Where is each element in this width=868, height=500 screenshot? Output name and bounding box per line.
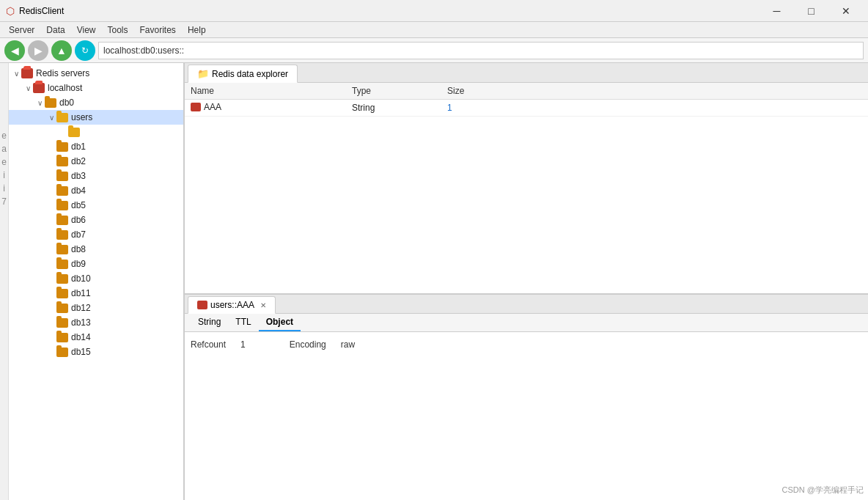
row-extra (515, 100, 868, 117)
db0-folder-icon (44, 97, 57, 109)
object-main-tab[interactable]: users::AAA ✕ (188, 296, 276, 314)
menu-favorites[interactable]: Favorites (134, 23, 182, 37)
object-subtabs: String TTL Object (185, 314, 868, 332)
users-sub-toggle[interactable] (59, 128, 67, 136)
gutter-1: e (1, 129, 7, 142)
title-bar-controls: ─ □ ✕ (760, 0, 862, 22)
tree-db2[interactable]: db2 (9, 154, 183, 169)
up-button[interactable]: ▲ (51, 40, 72, 61)
object-content: Refcount 1 Encoding raw (185, 332, 868, 500)
db1-label: db1 (71, 141, 86, 152)
tree-root[interactable]: ∨ Redis servers (9, 66, 183, 81)
tree-db11[interactable]: db11 (9, 286, 183, 301)
title-bar: ⬡ RedisClient ─ □ ✕ (0, 0, 868, 22)
root-toggle[interactable]: ∨ (12, 70, 21, 78)
gutter-3: e (1, 155, 7, 169)
tree-db4[interactable]: db4 (9, 183, 183, 198)
maximize-button[interactable]: □ (795, 0, 828, 22)
gutter-2: a (1, 142, 7, 155)
forward-button[interactable]: ▶ (28, 40, 48, 61)
db0-toggle[interactable]: ∨ (35, 99, 44, 107)
db6-icon (56, 214, 69, 226)
db4-label: db4 (71, 185, 86, 196)
db12-icon (56, 302, 69, 314)
tree-db6[interactable]: db6 (9, 213, 183, 227)
gutter-4: i (3, 169, 5, 182)
db2-icon (56, 155, 69, 167)
db3-icon (56, 170, 69, 182)
obj-row-refcount: Refcount 1 Encoding raw (191, 338, 862, 351)
row-size[interactable]: 1 (441, 100, 515, 117)
encoding-value: raw (341, 339, 355, 350)
data-explorer-tab[interactable]: 📁 Redis data explorer (188, 65, 298, 83)
tree-db13[interactable]: db13 (9, 315, 183, 330)
menu-server[interactable]: Server (3, 23, 40, 37)
db1-icon (56, 141, 69, 152)
main-layout: e a e i i 7 ∨ Redis servers ∨ localhost … (0, 63, 868, 500)
tree-db3[interactable]: db3 (9, 169, 183, 183)
tree-users-sub[interactable] (9, 125, 183, 139)
users-folder-icon (56, 111, 69, 123)
db10-icon (56, 273, 69, 284)
object-tab-close-icon[interactable]: ✕ (260, 301, 266, 309)
db15-icon (56, 346, 69, 358)
refcount-label: Refcount (191, 339, 226, 350)
address-bar[interactable]: localhost:db0:users:: (98, 42, 864, 59)
tree-db0[interactable]: ∨ db0 (9, 95, 183, 110)
tree-db1[interactable]: db1 (9, 139, 183, 154)
db10-label: db10 (71, 273, 91, 284)
tree-db10[interactable]: db10 (9, 271, 183, 286)
explorer-folder-icon: 📁 (197, 68, 209, 79)
db4-icon (56, 185, 69, 196)
tree-db5[interactable]: db5 (9, 198, 183, 213)
back-button[interactable]: ◀ (4, 40, 25, 61)
right-panel: 📁 Redis data explorer Name Type Size (185, 63, 868, 500)
localhost-redis-icon (32, 82, 45, 94)
object-panel: users::AAA ✕ String TTL Object Refcount … (185, 295, 868, 500)
app-icon: ⬡ (6, 5, 15, 17)
subtab-ttl[interactable]: TTL (228, 314, 258, 331)
tree-users[interactable]: ∨ users (9, 110, 183, 125)
col-size: Size (441, 83, 515, 100)
db13-icon (56, 317, 69, 328)
table-row[interactable]: AAA String 1 (185, 100, 868, 117)
db14-icon (56, 331, 69, 343)
db2-label: db2 (71, 156, 86, 166)
tree-localhost[interactable]: ∨ localhost (9, 81, 183, 95)
db3-label: db3 (71, 171, 86, 181)
db0-label: db0 (59, 98, 74, 108)
menu-view[interactable]: View (71, 23, 102, 37)
close-button[interactable]: ✕ (829, 0, 862, 22)
db7-label: db7 (71, 229, 86, 240)
subtab-string[interactable]: String (191, 314, 228, 331)
app-title: RedisClient (19, 6, 64, 16)
refresh-button[interactable]: ↻ (75, 40, 95, 61)
tree-db14[interactable]: db14 (9, 330, 183, 345)
tree-db7[interactable]: db7 (9, 227, 183, 242)
tree-db8[interactable]: db8 (9, 242, 183, 257)
refcount-value: 1 (240, 339, 246, 350)
minimize-button[interactable]: ─ (760, 0, 793, 22)
menu-bar: Server Data View Tools Favorites Help (0, 22, 868, 38)
row-redis-icon (191, 103, 201, 111)
users-toggle[interactable]: ∨ (47, 114, 56, 122)
data-table: Name Type Size AAA (185, 83, 868, 117)
row-name-text: AAA (204, 102, 221, 112)
sidebar: ∨ Redis servers ∨ localhost ∨ db0 ∨ (9, 63, 185, 500)
col-extra (515, 83, 868, 100)
tree-db9[interactable]: db9 (9, 257, 183, 271)
tree-db15[interactable]: db15 (9, 345, 183, 359)
db12-label: db12 (71, 303, 91, 313)
tree-db12[interactable]: db12 (9, 301, 183, 315)
menu-tools[interactable]: Tools (102, 23, 134, 37)
object-tab-redis-icon (197, 301, 207, 309)
menu-data[interactable]: Data (40, 23, 70, 37)
table-header-row: Name Type Size (185, 83, 868, 100)
subtab-object[interactable]: Object (259, 314, 301, 331)
db14-label: db14 (71, 332, 91, 342)
menu-help[interactable]: Help (182, 23, 212, 37)
db8-icon (56, 243, 69, 255)
db1-toggle[interactable] (47, 143, 56, 151)
db8-label: db8 (71, 244, 86, 254)
localhost-toggle[interactable]: ∨ (23, 84, 32, 92)
